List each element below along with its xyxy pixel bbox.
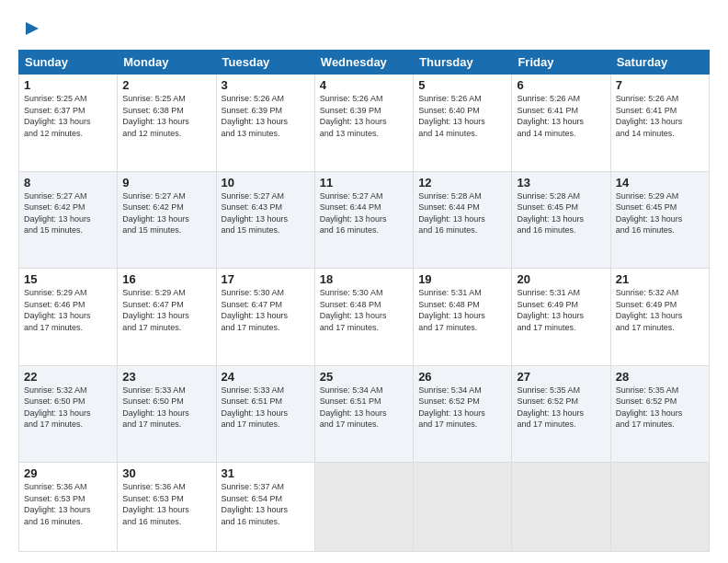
day-info: Sunrise: 5:32 AM Sunset: 6:50 PM Dayligh… [24,385,112,431]
table-row: 28Sunrise: 5:35 AM Sunset: 6:52 PM Dayli… [610,365,709,463]
table-row: 24Sunrise: 5:33 AM Sunset: 6:51 PM Dayli… [216,365,314,463]
table-row: 8Sunrise: 5:27 AM Sunset: 6:42 PM Daylig… [19,171,118,269]
day-info: Sunrise: 5:36 AM Sunset: 6:53 PM Dayligh… [122,481,210,527]
day-info: Sunrise: 5:29 AM Sunset: 6:46 PM Dayligh… [24,287,112,333]
day-number: 16 [122,272,210,286]
calendar-table: SundayMondayTuesdayWednesdayThursdayFrid… [18,50,710,552]
day-number: 26 [418,370,506,384]
day-number: 8 [24,176,112,190]
table-row: 19Sunrise: 5:31 AM Sunset: 6:48 PM Dayli… [414,269,512,366]
day-number: 4 [320,78,408,92]
table-row: 29Sunrise: 5:36 AM Sunset: 6:53 PM Dayli… [19,463,118,552]
day-info: Sunrise: 5:31 AM Sunset: 6:49 PM Dayligh… [517,287,605,333]
header-row: SundayMondayTuesdayWednesdayThursdayFrid… [19,51,710,75]
table-row: 15Sunrise: 5:29 AM Sunset: 6:46 PM Dayli… [19,269,118,366]
day-info: Sunrise: 5:34 AM Sunset: 6:52 PM Dayligh… [418,385,506,431]
table-row: 7Sunrise: 5:26 AM Sunset: 6:41 PM Daylig… [610,75,709,172]
day-number: 18 [320,272,408,286]
table-row: 26Sunrise: 5:34 AM Sunset: 6:52 PM Dayli… [414,365,512,463]
table-row: 17Sunrise: 5:30 AM Sunset: 6:47 PM Dayli… [216,269,314,366]
day-number: 13 [517,176,605,190]
table-row: 21Sunrise: 5:32 AM Sunset: 6:49 PM Dayli… [610,269,709,366]
day-number: 27 [517,370,605,384]
table-row [314,463,413,552]
day-number: 10 [222,176,310,190]
table-row: 11Sunrise: 5:27 AM Sunset: 6:44 PM Dayli… [314,171,413,269]
calendar-week-1: 1Sunrise: 5:25 AM Sunset: 6:37 PM Daylig… [19,75,710,172]
day-info: Sunrise: 5:27 AM Sunset: 6:42 PM Dayligh… [122,190,210,236]
day-number: 9 [122,176,210,190]
day-number: 20 [517,272,605,286]
table-row: 3Sunrise: 5:26 AM Sunset: 6:39 PM Daylig… [216,75,314,172]
table-row: 16Sunrise: 5:29 AM Sunset: 6:47 PM Dayli… [118,269,216,366]
day-number: 15 [24,272,112,286]
page: SundayMondayTuesdayWednesdayThursdayFrid… [0,0,728,563]
table-row: 10Sunrise: 5:27 AM Sunset: 6:43 PM Dayli… [216,171,314,269]
day-number: 14 [616,176,704,190]
day-number: 1 [24,78,112,92]
day-number: 19 [418,272,506,286]
table-row: 25Sunrise: 5:34 AM Sunset: 6:51 PM Dayli… [314,365,413,463]
table-row: 22Sunrise: 5:32 AM Sunset: 6:50 PM Dayli… [19,365,118,463]
day-info: Sunrise: 5:35 AM Sunset: 6:52 PM Dayligh… [616,385,704,431]
day-info: Sunrise: 5:27 AM Sunset: 6:44 PM Dayligh… [320,190,408,236]
day-number: 3 [222,78,310,92]
day-info: Sunrise: 5:32 AM Sunset: 6:49 PM Dayligh… [616,287,704,333]
table-row: 30Sunrise: 5:36 AM Sunset: 6:53 PM Dayli… [118,463,216,552]
header [18,17,710,42]
table-row [414,463,512,552]
table-row: 1Sunrise: 5:25 AM Sunset: 6:37 PM Daylig… [19,75,118,172]
table-row [512,463,610,552]
table-row: 23Sunrise: 5:33 AM Sunset: 6:50 PM Dayli… [118,365,216,463]
day-header-wednesday: Wednesday [314,51,413,75]
day-info: Sunrise: 5:28 AM Sunset: 6:44 PM Dayligh… [418,190,506,236]
table-row: 12Sunrise: 5:28 AM Sunset: 6:44 PM Dayli… [414,171,512,269]
day-number: 17 [222,272,310,286]
table-row: 14Sunrise: 5:29 AM Sunset: 6:45 PM Dayli… [610,171,709,269]
day-header-monday: Monday [118,51,216,75]
day-info: Sunrise: 5:28 AM Sunset: 6:45 PM Dayligh… [517,190,605,236]
table-row: 27Sunrise: 5:35 AM Sunset: 6:52 PM Dayli… [512,365,610,463]
day-info: Sunrise: 5:35 AM Sunset: 6:52 PM Dayligh… [517,385,605,431]
day-info: Sunrise: 5:34 AM Sunset: 6:51 PM Dayligh… [320,385,408,431]
day-number: 31 [222,466,310,480]
day-number: 24 [222,370,310,384]
day-header-sunday: Sunday [19,51,118,75]
day-number: 29 [24,466,112,480]
day-info: Sunrise: 5:37 AM Sunset: 6:54 PM Dayligh… [222,481,310,527]
day-number: 11 [320,176,408,190]
day-info: Sunrise: 5:26 AM Sunset: 6:41 PM Dayligh… [616,93,704,139]
day-number: 23 [122,370,210,384]
day-number: 21 [616,272,704,286]
day-header-thursday: Thursday [414,51,512,75]
table-row: 20Sunrise: 5:31 AM Sunset: 6:49 PM Dayli… [512,269,610,366]
day-number: 7 [616,78,704,92]
calendar-week-2: 8Sunrise: 5:27 AM Sunset: 6:42 PM Daylig… [19,171,710,269]
day-info: Sunrise: 5:31 AM Sunset: 6:48 PM Dayligh… [418,287,506,333]
table-row: 31Sunrise: 5:37 AM Sunset: 6:54 PM Dayli… [216,463,314,552]
day-header-saturday: Saturday [610,51,709,75]
calendar-week-4: 22Sunrise: 5:32 AM Sunset: 6:50 PM Dayli… [19,365,710,463]
calendar-week-5: 29Sunrise: 5:36 AM Sunset: 6:53 PM Dayli… [19,463,710,552]
day-info: Sunrise: 5:33 AM Sunset: 6:50 PM Dayligh… [122,385,210,431]
calendar-week-3: 15Sunrise: 5:29 AM Sunset: 6:46 PM Dayli… [19,269,710,366]
day-info: Sunrise: 5:25 AM Sunset: 6:37 PM Dayligh… [24,93,112,139]
logo-arrow-icon [22,18,42,39]
day-number: 30 [122,466,210,480]
day-info: Sunrise: 5:29 AM Sunset: 6:45 PM Dayligh… [616,190,704,236]
table-row: 13Sunrise: 5:28 AM Sunset: 6:45 PM Dayli… [512,171,610,269]
day-header-friday: Friday [512,51,610,75]
day-header-tuesday: Tuesday [216,51,314,75]
day-number: 5 [418,78,506,92]
day-info: Sunrise: 5:33 AM Sunset: 6:51 PM Dayligh… [222,385,310,431]
day-info: Sunrise: 5:29 AM Sunset: 6:47 PM Dayligh… [122,287,210,333]
svg-marker-0 [26,22,39,35]
day-info: Sunrise: 5:36 AM Sunset: 6:53 PM Dayligh… [24,481,112,527]
day-info: Sunrise: 5:26 AM Sunset: 6:39 PM Dayligh… [222,93,310,139]
day-info: Sunrise: 5:26 AM Sunset: 6:39 PM Dayligh… [320,93,408,139]
day-number: 12 [418,176,506,190]
day-number: 6 [517,78,605,92]
day-info: Sunrise: 5:25 AM Sunset: 6:38 PM Dayligh… [122,93,210,139]
day-number: 28 [616,370,704,384]
table-row [610,463,709,552]
